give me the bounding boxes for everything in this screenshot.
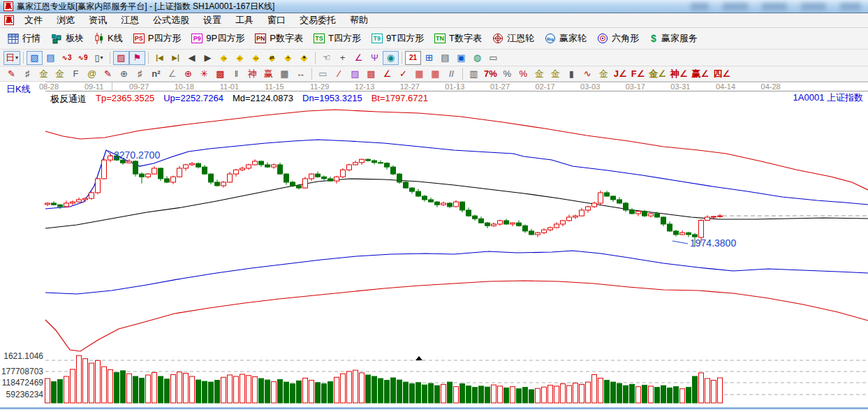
fib-lines-button[interactable]: F xyxy=(68,68,84,80)
winner-service-button[interactable]: $赢家服务 xyxy=(645,31,704,46)
print-button[interactable]: ▭ xyxy=(485,51,501,65)
menu-file[interactable]: 文件 xyxy=(17,13,50,27)
sectors-button[interactable]: 板块 xyxy=(47,31,90,46)
shen-grid-button[interactable]: 神 xyxy=(244,68,260,80)
pct-line-button[interactable]: % xyxy=(515,68,531,80)
zoom-reset-button[interactable]: ◆✶ xyxy=(296,51,312,65)
menu-window[interactable]: 窗口 xyxy=(260,13,293,27)
hexagon-button[interactable]: 六角形 xyxy=(593,31,645,46)
9t-square-button[interactable]: T99T四方形 xyxy=(367,31,430,46)
diagonal-box-button[interactable]: ▨ xyxy=(347,68,363,80)
price-grid-button[interactable]: ▦ xyxy=(277,68,293,80)
crosshair-tool-button[interactable]: + xyxy=(334,51,351,65)
titlebar-blurred-item[interactable] xyxy=(691,3,709,10)
menu-news[interactable]: 资讯 xyxy=(82,13,114,27)
quotes-button[interactable]: 行情 xyxy=(3,31,47,46)
angle-line-button[interactable]: ∠ xyxy=(379,68,395,80)
mesh-box-button[interactable]: ▩ xyxy=(363,68,379,80)
prev-page-button[interactable]: ◀ xyxy=(184,51,200,65)
pane-splitter-handle[interactable] xyxy=(415,356,422,360)
pen-bars-button[interactable]: ▮ xyxy=(564,68,580,80)
golden-section-v-button[interactable]: 金 xyxy=(52,68,68,80)
titlebar-blurred-item[interactable] xyxy=(723,3,748,10)
golden-section-h-button[interactable]: 金 xyxy=(36,68,52,80)
chart-region[interactable]: 1621.1046177708703118472469592362342270.… xyxy=(0,82,868,407)
gold-circle-button[interactable]: 金 xyxy=(531,68,547,80)
wave-9-button[interactable]: ∿9 xyxy=(75,51,91,65)
notes-button[interactable]: ▤ xyxy=(437,51,453,65)
angle-tool-button[interactable]: ∠ xyxy=(351,51,367,65)
menu-gann[interactable]: 江恩 xyxy=(114,13,146,27)
four-angle-button[interactable]: 四∠ xyxy=(711,68,733,80)
titlebar-blurred-item[interactable] xyxy=(801,3,826,10)
menu-settings[interactable]: 设置 xyxy=(196,13,228,27)
grid-red-1-button[interactable]: ▦ xyxy=(411,68,427,80)
indicator-list-button[interactable]: ▤ xyxy=(43,51,59,65)
wave-3-button[interactable]: ∿3 xyxy=(59,51,75,65)
angle-pencil-button[interactable]: ∠ xyxy=(164,68,180,80)
color-sort-flag-button[interactable]: ⚑ xyxy=(129,51,145,65)
chart-canvas[interactable]: 1621.1046177708703118472469592362342270.… xyxy=(0,82,868,407)
pct-7-button[interactable]: 7% xyxy=(482,68,499,80)
t-number-table-button[interactable]: TNT数字表 xyxy=(430,31,488,46)
menu-browse[interactable]: 浏览 xyxy=(50,13,82,27)
gann-box-tool-button[interactable]: Ψ xyxy=(367,51,383,65)
zoom-h-expand-button[interactable]: ◆↔ xyxy=(248,51,264,65)
trend-pen-button[interactable]: ✎ xyxy=(100,68,116,80)
curve-check-button[interactable]: ✓ xyxy=(395,68,411,80)
period-day-button[interactable]: 日▾ xyxy=(3,51,20,65)
first-page-button[interactable]: |◀ xyxy=(152,51,168,65)
menu-formula-stockpick[interactable]: 公式选股 xyxy=(146,13,196,27)
gann-circle-button[interactable]: ⊕ xyxy=(116,68,132,80)
9p-square-button[interactable]: P99P四方形 xyxy=(187,31,251,46)
slash-lines-button[interactable]: // xyxy=(443,68,459,80)
zoom-out-left-button[interactable]: ◆→ xyxy=(216,51,232,65)
single-kline-button[interactable]: ▯▾ xyxy=(91,51,107,65)
wave-band-button[interactable]: ∿ xyxy=(580,68,596,80)
menu-trade[interactable]: 交易委托 xyxy=(293,13,343,27)
winner-wheel-button[interactable]: Big赢家轮 xyxy=(540,31,593,46)
h-measure-button[interactable]: ↔ xyxy=(293,68,309,80)
square-web-button[interactable]: ▩ xyxy=(212,68,228,80)
t-square-button[interactable]: TST四方形 xyxy=(309,31,367,46)
grid-red-2-button[interactable]: ▦ xyxy=(427,68,443,80)
pct-button[interactable]: % xyxy=(499,68,515,80)
zoom-h-shrink-button[interactable]: ◆⇄ xyxy=(264,51,280,65)
titlebar-blurred-items[interactable] xyxy=(691,3,861,10)
vertical-lines-button[interactable]: ‖ xyxy=(228,68,244,80)
box-select-button[interactable]: ▭ xyxy=(315,68,331,80)
next-page-button[interactable]: ▶ xyxy=(200,51,216,65)
menu-help[interactable]: 帮助 xyxy=(343,13,375,27)
square-of-nine-button[interactable]: n² xyxy=(148,68,164,80)
calendar-button[interactable]: 21 xyxy=(405,51,421,65)
chart-style-button[interactable]: ▧ xyxy=(27,51,43,65)
menu-tools[interactable]: 工具 xyxy=(228,13,260,27)
f-angle-button[interactable]: F∠ xyxy=(629,68,647,80)
web-page-button[interactable]: ◍ xyxy=(469,51,485,65)
spider-web-button[interactable]: ✳ xyxy=(196,68,212,80)
p-square-button[interactable]: PSP四方形 xyxy=(129,31,188,46)
spiral-tool-button[interactable]: @ xyxy=(84,68,100,80)
zoom-out-right-button[interactable]: ◆← xyxy=(232,51,248,65)
j-angle-button[interactable]: J∠ xyxy=(612,68,629,80)
crosshair-circle-button[interactable]: ⊕ xyxy=(180,68,196,80)
p-number-table-button[interactable]: PNP数字表 xyxy=(251,31,309,46)
percent-lines-button[interactable]: ♯ xyxy=(132,68,148,80)
win-angle-button[interactable]: 赢∠ xyxy=(690,68,712,80)
win-grid-button[interactable]: 赢 xyxy=(260,68,277,80)
shen-angle-button[interactable]: 神∠ xyxy=(668,68,690,80)
gold-angle-button[interactable]: 金∠ xyxy=(647,68,668,80)
gann-grid-button[interactable]: ♯ xyxy=(20,68,36,80)
pattern-lattice-button[interactable]: ▨ xyxy=(113,51,129,65)
ray-fan-button[interactable]: ∕ xyxy=(331,68,347,80)
gann-wheel-button[interactable]: 江恩轮 xyxy=(488,31,540,46)
zoom-in-all-button[interactable]: ◆+ xyxy=(280,51,296,65)
mind-map-button[interactable]: ◉ xyxy=(383,51,399,65)
gold-line-button[interactable]: 金 xyxy=(547,68,564,80)
titlebar-blurred-item[interactable] xyxy=(840,3,861,10)
kline-button[interactable]: K线 xyxy=(90,31,129,46)
brush-tool-button[interactable]: ✎ xyxy=(3,68,20,80)
save-button[interactable]: ▣ xyxy=(453,51,469,65)
last-page-button[interactable]: ▶| xyxy=(168,51,184,65)
gold-band-button[interactable]: 金 xyxy=(596,68,612,80)
